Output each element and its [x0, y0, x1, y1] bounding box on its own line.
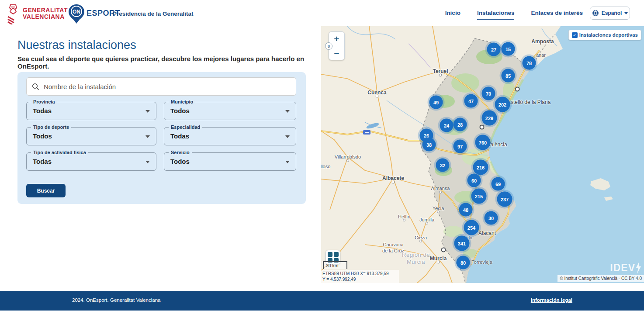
filters-grid: ProvinciaTodasMunicipioTodosTipo de depo…: [26, 102, 296, 171]
chevron-down-icon: [145, 161, 150, 163]
chevron-down-icon: [624, 12, 628, 14]
cluster-marker[interactable]: 15: [502, 42, 515, 56]
scale-bar: 30 km: [323, 261, 347, 269]
filter-value: Todos: [170, 158, 190, 165]
layer-toggle-label: Instalaciones deportivas: [579, 32, 638, 38]
cluster-marker[interactable]: 24: [440, 119, 454, 132]
cluster-marker[interactable]: 760: [475, 135, 491, 150]
presidencia-text: Presidencia de la Generalitat: [113, 10, 194, 17]
cluster-marker[interactable]: 30: [485, 211, 498, 225]
cluster-marker[interactable]: 85: [502, 69, 515, 83]
filter-select[interactable]: EspecialidadTodas: [164, 127, 296, 145]
generalitat-valenciana-logo-icon: [4, 3, 22, 24]
filter-label: Servicio: [169, 150, 192, 155]
poi-marker[interactable]: [515, 87, 520, 92]
search-icon: [32, 83, 39, 90]
filter-value: Todos: [33, 132, 52, 140]
page-title: Nuestras instalaciones: [17, 38, 136, 52]
language-label: Español: [602, 10, 622, 16]
filter-value: Todos: [170, 107, 190, 114]
cluster-marker[interactable]: 341: [454, 236, 470, 251]
main-nav: InicioInstalacionesEnlaces de interés: [445, 10, 583, 20]
filter-select[interactable]: ProvinciaTodas: [26, 102, 156, 120]
filter-value: Todas: [170, 132, 189, 140]
chevron-down-icon: [285, 161, 290, 163]
filter-select[interactable]: Tipo de actividad físicaTodas: [26, 152, 156, 171]
cluster-marker[interactable]: 202: [495, 97, 510, 112]
poi-marker[interactable]: [441, 248, 446, 252]
cluster-marker[interactable]: 229: [482, 110, 497, 126]
cluster-marker[interactable]: 38: [422, 138, 436, 152]
cluster-marker[interactable]: 60: [467, 174, 481, 187]
basemap: [321, 26, 644, 283]
filter-label: Tipo de actividad física: [31, 150, 88, 155]
filter-label: Provincia: [31, 99, 57, 104]
globe-icon: [592, 10, 599, 17]
coordinates-readout: ETRS89 UTM H30 X= 913.379,59 Y = 4.537.9…: [321, 270, 399, 283]
buscar-button[interactable]: Buscar: [26, 184, 66, 197]
grid-icon: [334, 252, 339, 257]
cluster-marker[interactable]: 254: [464, 220, 479, 235]
facility-name-search[interactable]: [26, 77, 296, 96]
filter-value: Todas: [33, 158, 52, 165]
cluster-marker[interactable]: 69: [492, 177, 505, 191]
grid-icon: [328, 252, 332, 257]
cluster-marker[interactable]: 49: [429, 96, 443, 109]
gva-wordmark: GENERALITAT VALENCIANA: [23, 7, 68, 20]
page-subtitle: Sea cual sea el deporte que quieres prac…: [17, 55, 306, 70]
chevron-down-icon: [145, 110, 150, 113]
filter-label: Municipio: [169, 99, 195, 104]
idev-bolt-icon: [635, 262, 641, 274]
layer-toggle[interactable]: ✓ Instalaciones deportivas: [568, 30, 641, 40]
poi-marker[interactable]: [480, 125, 485, 130]
chevron-down-icon: [285, 110, 290, 113]
cluster-marker[interactable]: 80: [457, 256, 470, 269]
checkbox-checked-icon[interactable]: ✓: [572, 32, 578, 38]
filter-value: Todas: [33, 107, 52, 114]
zoom-level-badge: 8: [325, 42, 332, 50]
filter-select[interactable]: ServicioTodos: [164, 152, 296, 171]
nav-link[interactable]: Enlaces de interés: [531, 10, 583, 20]
footer-copyright: 2024. OnEsport. Generalitat Valenciana: [72, 297, 160, 303]
nav-link[interactable]: Instalaciones: [477, 10, 515, 20]
filter-select[interactable]: Tipo de deporteTodos: [26, 127, 156, 145]
legal-info-link[interactable]: Información legal: [531, 297, 572, 303]
cluster-marker[interactable]: 78: [523, 56, 536, 70]
nav-link[interactable]: Inicio: [445, 10, 460, 20]
map-canvas[interactable]: AmpostaanarTeruelCuencaCastelló de la Pl…: [321, 26, 644, 283]
cluster-marker[interactable]: 70: [482, 87, 495, 100]
cluster-marker[interactable]: 48: [459, 203, 473, 217]
cluster-marker[interactable]: 215: [471, 189, 487, 204]
search-panel: ProvinciaTodasMunicipioTodosTipo de depo…: [17, 72, 306, 204]
page: GENERALITAT VALENCIANA ON ESPORT Preside…: [0, 0, 644, 321]
header: GENERALITAT VALENCIANA ON ESPORT Preside…: [0, 0, 644, 27]
cluster-marker[interactable]: 47: [464, 94, 478, 108]
cluster-marker[interactable]: 237: [497, 192, 512, 207]
language-button[interactable]: Español: [590, 7, 630, 20]
svg-text:ON: ON: [73, 9, 80, 15]
chevron-down-icon: [285, 135, 290, 138]
footer: 2024. OnEsport. Generalitat Valenciana I…: [0, 291, 644, 311]
map-attribution: © Institut Cartogràfic Valencià - CC BY …: [557, 275, 644, 282]
filter-label: Tipo de deporte: [31, 124, 71, 130]
idev-watermark: IDEV: [610, 262, 641, 274]
search-input[interactable]: [44, 83, 291, 90]
filter-select[interactable]: MunicipioTodos: [164, 102, 296, 120]
cluster-marker[interactable]: 27: [487, 43, 501, 56]
cluster-marker[interactable]: 97: [454, 140, 467, 153]
zoom-control: + − 8: [329, 31, 345, 60]
chevron-down-icon: [145, 135, 150, 138]
cluster-marker[interactable]: 32: [436, 159, 450, 172]
filter-label: Especialidad: [169, 124, 202, 130]
cluster-marker[interactable]: 216: [473, 160, 488, 175]
cluster-marker[interactable]: 28: [454, 118, 467, 131]
onesport-logo-icon: ON: [68, 3, 85, 24]
